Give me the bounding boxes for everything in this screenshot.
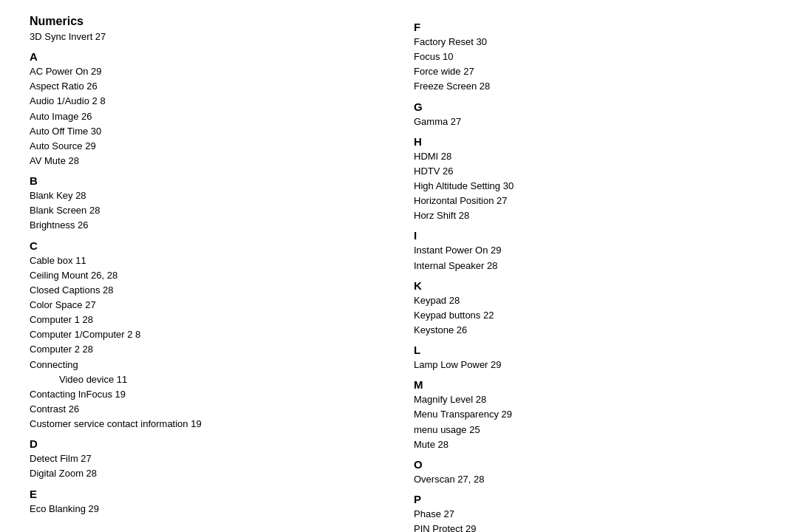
section-header-b: B [30, 174, 384, 187]
index-columns: Numerics3D Sync Invert 27AAC Power On 29… [30, 15, 768, 532]
index-entry: Keystone 26 [414, 323, 768, 338]
index-entry: Computer 2 28 [30, 342, 384, 357]
index-entry: Brightness 26 [30, 218, 384, 233]
index-entry: Detect Film 27 [30, 451, 384, 466]
right-column: FFactory Reset 30Focus 10Force wide 27Fr… [414, 15, 768, 532]
index-entry: Audio 1/Audio 2 8 [30, 94, 384, 109]
section-header-e: E [30, 488, 384, 500]
index-entry: Force wide 27 [414, 64, 768, 79]
index-entry: menu usage 25 [414, 423, 768, 437]
index-entry: Internal Speaker 28 [414, 259, 768, 273]
index-entry: Connecting [30, 358, 384, 372]
index-entry: Video device 11 [30, 372, 384, 387]
index-entry: Menu Transparency 29 [414, 407, 768, 422]
index-entry: AV Mute 28 [30, 154, 384, 168]
section-header-h: H [414, 135, 768, 148]
section-header-l: L [414, 344, 768, 356]
index-entry: Keypad buttons 22 [414, 308, 768, 323]
index-entry: Computer 1 28 [30, 313, 384, 327]
index-entry: HDMI 28 [414, 149, 768, 164]
index-entry: Instant Power On 29 [414, 243, 768, 258]
section-header-m: M [414, 378, 768, 391]
section-header-p: P [414, 493, 768, 505]
index-entry: Customer service contact information 19 [30, 417, 384, 432]
index-entry: Horz Shift 28 [414, 208, 768, 223]
index-entry: Computer 1/Computer 2 8 [30, 327, 384, 342]
index-entry: Eco Blanking 29 [30, 502, 384, 516]
section-header-i: I [414, 229, 768, 242]
left-column: Numerics3D Sync Invert 27AAC Power On 29… [30, 15, 384, 532]
section-header-k: K [414, 279, 768, 292]
index-entry: Mute 28 [414, 437, 768, 452]
index-entry: Contrast 26 [30, 402, 384, 417]
index-entry: Auto Image 26 [30, 109, 384, 124]
index-entry: Phase 27 [414, 507, 768, 522]
index-entry: Aspect Ratio 26 [30, 79, 384, 94]
section-header-a: A [30, 50, 384, 63]
index-entry: Cable box 11 [30, 253, 384, 268]
index-entry: Auto Source 29 [30, 139, 384, 154]
index-entry: Color Space 27 [30, 298, 384, 313]
index-entry: Magnify Level 28 [414, 392, 768, 407]
section-header-c: C [30, 239, 384, 252]
section-header-f: F [414, 21, 768, 33]
index-entry: Lamp Low Power 29 [414, 358, 768, 372]
index-entry: HDTV 26 [414, 164, 768, 179]
index-entry: 3D Sync Invert 27 [30, 30, 384, 44]
index-entry: Blank Screen 28 [30, 203, 384, 218]
section-header-g: G [414, 100, 768, 113]
index-entry: Contacting InFocus 19 [30, 387, 384, 402]
index-entry: Digital Zoom 28 [30, 466, 384, 481]
index-entry: PIN Protect 29 [414, 522, 768, 532]
index-entry: High Altitude Setting 30 [414, 179, 768, 194]
section-header-o: O [414, 458, 768, 471]
index-entry: Keypad 28 [414, 293, 768, 308]
index-entry: Overscan 27, 28 [414, 472, 768, 487]
index-entry: Focus 10 [414, 50, 768, 64]
index-entry: Closed Captions 28 [30, 283, 384, 298]
index-entry: Horizontal Position 27 [414, 194, 768, 208]
page-container: Numerics3D Sync Invert 27AAC Power On 29… [30, 15, 768, 532]
index-entry: Freeze Screen 28 [414, 79, 768, 94]
section-header-numerics: Numerics [30, 15, 384, 28]
index-entry: Ceiling Mount 26, 28 [30, 268, 384, 283]
section-header-d: D [30, 437, 384, 450]
index-entry: Blank Key 28 [30, 188, 384, 203]
index-entry: Gamma 27 [414, 115, 768, 129]
index-entry: AC Power On 29 [30, 64, 384, 79]
index-entry: Factory Reset 30 [414, 35, 768, 50]
index-entry: Auto Off Time 30 [30, 124, 384, 139]
